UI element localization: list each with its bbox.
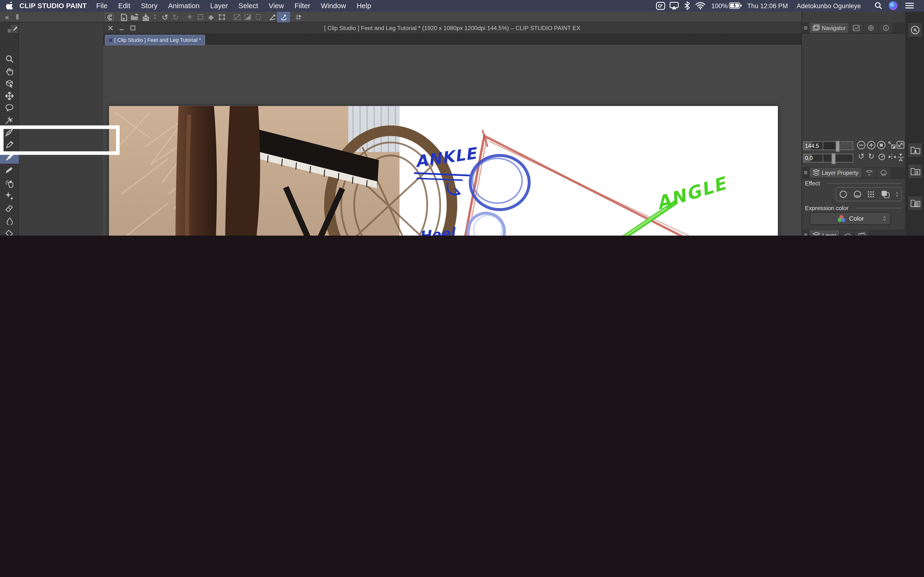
canvas[interactable]: ANKLE Heel ANGLE CO xyxy=(109,106,778,235)
nav-rotate-right-icon[interactable]: ↻ xyxy=(868,152,874,161)
tool-tab-pencil-icon[interactable] xyxy=(11,25,18,33)
menu-filter[interactable]: Filter xyxy=(294,2,310,10)
effect-divider xyxy=(827,183,901,184)
crop-b-icon[interactable] xyxy=(242,12,254,22)
deselect-icon[interactable]: ✳ xyxy=(184,12,195,22)
navigator-header[interactable]: ≡ Navigator xyxy=(801,23,905,34)
navigator-zoom-slider[interactable] xyxy=(823,141,853,150)
nav-zoom-out-icon[interactable] xyxy=(857,141,866,150)
invert-selection-icon[interactable]: ◆ xyxy=(205,12,217,22)
open-file-icon[interactable] xyxy=(129,12,140,22)
nav-reset-rotation-icon[interactable] xyxy=(878,153,886,161)
layer-tab-label: Layer xyxy=(822,232,836,235)
apple-icon[interactable] xyxy=(6,2,13,10)
snap-special-ruler-icon[interactable] xyxy=(277,12,290,23)
fill-tool-icon[interactable] xyxy=(3,228,15,235)
subview-tab[interactable] xyxy=(849,23,864,33)
nav-flip-vertical-icon[interactable] xyxy=(897,153,905,161)
animation-cels-tab[interactable] xyxy=(855,230,869,235)
hand-tool-icon[interactable] xyxy=(3,67,15,76)
operate-tool-icon[interactable] xyxy=(3,79,15,88)
layer-property-tab[interactable]: Layer Property xyxy=(810,168,862,178)
layer-search-tab[interactable] xyxy=(862,168,877,178)
menu-story[interactable]: Story xyxy=(141,2,158,10)
nav-fit-screen-icon[interactable] xyxy=(897,141,905,149)
snap-ruler-icon[interactable] xyxy=(267,12,278,22)
bluetooth-icon[interactable] xyxy=(684,1,690,12)
blend-tool-icon[interactable] xyxy=(3,216,15,226)
navigator-menu-icon[interactable]: ≡ xyxy=(804,24,808,31)
navigator-zoom-value[interactable]: 144.5 xyxy=(803,141,824,150)
nav-rotate-left-icon[interactable]: ↺ xyxy=(858,152,864,161)
layer-color-effect-icon[interactable] xyxy=(881,190,890,198)
nav-zoom-actual-icon[interactable] xyxy=(887,141,896,149)
information-tab[interactable] xyxy=(879,23,893,33)
menu-animation[interactable]: Animation xyxy=(168,2,200,10)
reselect-icon[interactable] xyxy=(194,12,206,22)
menu-layer[interactable]: Layer xyxy=(210,2,228,10)
layer-panel-header[interactable]: ≡ Layer xyxy=(801,230,905,235)
collapse-left-icon[interactable]: « xyxy=(1,12,13,22)
halftone-effect-icon[interactable] xyxy=(867,190,876,198)
zoom-panel-button[interactable] xyxy=(908,23,923,38)
siri-icon[interactable] xyxy=(888,1,898,10)
lasso-tool-icon[interactable] xyxy=(3,103,15,113)
zoom-tool-icon[interactable] xyxy=(3,54,15,63)
control-center-icon[interactable] xyxy=(905,2,914,11)
crop-c-icon[interactable] xyxy=(252,12,264,22)
border-effect-icon[interactable] xyxy=(839,190,847,198)
menu-file[interactable]: File xyxy=(96,2,108,10)
material-download-panel-button[interactable] xyxy=(908,143,923,158)
redo-icon[interactable]: ↻ xyxy=(170,12,181,22)
csp-logo-icon[interactable] xyxy=(105,13,114,21)
document-titlebar[interactable]: [ Clip Studio ] Feet and Leg Tutorial * … xyxy=(103,23,801,34)
transform-icon[interactable] xyxy=(216,12,228,22)
menu-window[interactable]: Window xyxy=(321,2,346,10)
navigator-rotation-value[interactable]: 0.0 xyxy=(803,154,824,163)
layer-property-header[interactable]: ≡ Layer Property xyxy=(801,167,905,179)
layer-panel-menu-icon[interactable]: ≡ xyxy=(804,231,808,235)
airbrush-tool-icon[interactable] xyxy=(3,179,15,188)
canvas-area[interactable]: ANKLE Heel ANGLE CO xyxy=(103,45,801,235)
menu-select[interactable]: Select xyxy=(239,2,258,10)
menu-edit[interactable]: Edit xyxy=(118,2,131,10)
quick-access-tab[interactable] xyxy=(864,23,879,33)
magic-wand-tool-icon[interactable] xyxy=(3,115,15,125)
effect-chevrons[interactable]: ˄˅ xyxy=(896,191,898,197)
menubar-clock[interactable]: Thu 12:06 PM xyxy=(747,2,788,10)
material-color-panel-button[interactable] xyxy=(908,164,923,179)
tone-effect-icon[interactable] xyxy=(853,190,861,198)
screen: CLIP STUDIO PAINT File Edit Story Animat… xyxy=(0,0,924,235)
layer-undo-history-tab[interactable] xyxy=(840,230,855,235)
spotlight-icon[interactable] xyxy=(874,2,882,11)
document-tab[interactable]: [ Clip Studio ] Feet and Leg Tutorial * xyxy=(105,35,205,45)
move-tool-icon[interactable] xyxy=(3,91,15,101)
nav-fit-icon[interactable] xyxy=(877,141,886,150)
navigator-tab-icon xyxy=(813,24,820,31)
nav-zoom-in-icon[interactable] xyxy=(867,141,876,150)
macos-menu-bar: CLIP STUDIO PAINT File Edit Story Animat… xyxy=(0,0,924,12)
new-file-icon[interactable] xyxy=(118,12,130,22)
tone-tab[interactable] xyxy=(877,168,891,178)
eraser-tool-icon[interactable] xyxy=(3,204,15,213)
panel-handle-icon[interactable]: ⦀ xyxy=(12,12,24,22)
layer-tab[interactable]: Layer xyxy=(810,230,840,235)
material-monochrome-panel-button[interactable] xyxy=(908,195,923,211)
decoration-tool-icon[interactable] xyxy=(3,191,15,201)
menu-help[interactable]: Help xyxy=(357,2,371,10)
effect-buttons: ˄˅ xyxy=(836,187,901,201)
nav-flip-horizontal-icon[interactable] xyxy=(888,153,897,161)
navigator-rotation-slider[interactable] xyxy=(823,154,853,163)
airplay-icon[interactable] xyxy=(669,2,679,11)
menubar-user[interactable]: Adetokunbo Ogunleye xyxy=(797,2,861,10)
menu-view[interactable]: View xyxy=(269,2,284,10)
undo-icon[interactable]: ↺ xyxy=(159,12,171,22)
expression-color-dropdown[interactable]: Color ˄˅ xyxy=(810,212,891,225)
creative-cloud-icon[interactable] xyxy=(656,1,666,13)
snap-grid-icon[interactable] xyxy=(292,12,304,22)
marker-tool-icon[interactable] xyxy=(3,165,15,175)
navigator-tab[interactable]: Navigator xyxy=(810,23,849,33)
wifi-icon[interactable] xyxy=(695,2,706,11)
layer-property-menu-icon[interactable]: ≡ xyxy=(804,169,808,176)
crop-a-icon[interactable] xyxy=(231,12,243,22)
